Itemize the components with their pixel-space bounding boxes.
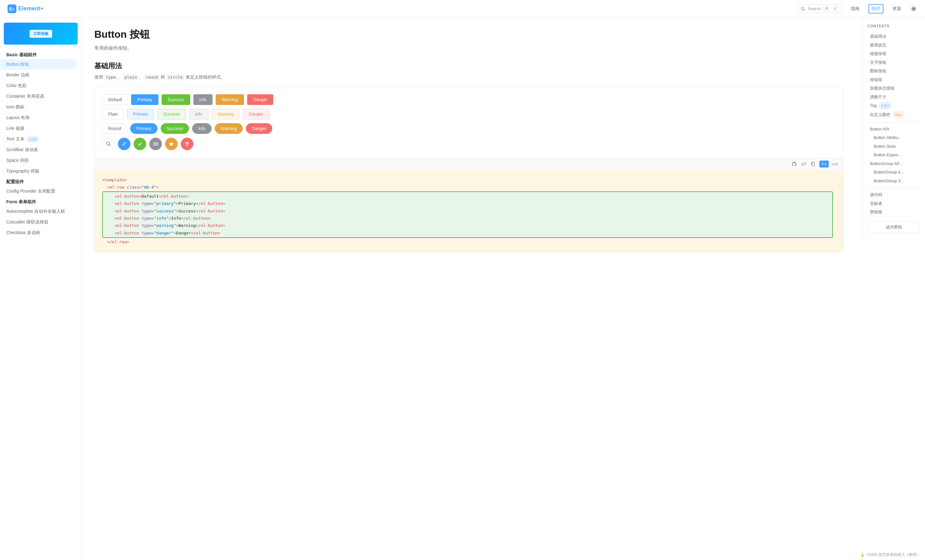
toc-item-button-api[interactable]: Button API: [868, 125, 920, 134]
toc-item-buttongroup-attribs[interactable]: ButtonGroup A...: [868, 168, 920, 177]
btn-circle-search[interactable]: [102, 138, 115, 150]
code-plain: plain: [123, 74, 139, 80]
top-navigation: E+ Element+ Search ⌘ K 指南 组件 资源: [0, 0, 925, 18]
sidebar-group-config: 配置组件: [0, 177, 81, 186]
delete-icon: [185, 142, 190, 146]
btn-plain-warning[interactable]: Warning: [212, 109, 240, 119]
copy-icon[interactable]: [810, 161, 816, 167]
code-icon: [822, 162, 826, 166]
toc-item-size[interactable]: 调整尺寸: [868, 93, 920, 101]
sidebar-banner[interactable]: 立即体验: [4, 23, 78, 45]
code-block: <template> <el-row class="mb-4"> <el-but…: [95, 170, 843, 252]
toc-separator-1: [868, 122, 920, 122]
btn-plain-primary[interactable]: Primary: [127, 109, 154, 119]
btn-round[interactable]: Round: [102, 123, 127, 134]
toc-item-button-slots[interactable]: Button Slots: [868, 142, 920, 151]
btn-plain-success[interactable]: Success: [157, 109, 186, 119]
theme-toggle[interactable]: [910, 5, 917, 12]
search-box[interactable]: Search ⌘ K: [797, 5, 842, 13]
sidebar-item-container[interactable]: Container 布局容器: [0, 91, 77, 102]
btn-plain[interactable]: Plain: [102, 109, 124, 119]
toc-item-loading[interactable]: 加载状态按钮: [868, 84, 920, 93]
code-expand-button[interactable]: [820, 161, 829, 167]
sidebar-item-icon[interactable]: Icon 图标: [0, 102, 77, 113]
btn-circle-check[interactable]: [134, 138, 146, 150]
sidebar-item-button[interactable]: Button 按钮: [0, 59, 77, 70]
sidebar-item-autocomplete[interactable]: Autocomplete 自动补全输入框: [0, 206, 77, 217]
sidebar-item-checkbox[interactable]: Checkbox 多选框: [0, 227, 77, 238]
toc-item-buttongroup-slots[interactable]: ButtonGroup S...: [868, 177, 920, 185]
sidebar-item-layout[interactable]: Layout 布局: [0, 113, 77, 123]
sidebar-item-typography[interactable]: Typography 排版: [0, 166, 77, 177]
toc-item-sponsors[interactable]: 赞助商: [868, 208, 920, 217]
search-icon: [106, 142, 111, 146]
page-description: 常用的操作按钮。: [94, 45, 843, 51]
check-icon: [137, 142, 142, 146]
btn-round-success[interactable]: Success: [161, 123, 189, 134]
toc-item-group[interactable]: 按钮组: [868, 75, 920, 84]
github-icon[interactable]: [791, 161, 797, 167]
btn-circle-mail[interactable]: [149, 138, 162, 150]
toc-beta-badge: beta: [893, 111, 904, 118]
toc-item-icon[interactable]: 图标按钮: [868, 66, 920, 75]
toc-separator-2: [868, 188, 920, 188]
btn-default[interactable]: Default: [102, 94, 128, 105]
btn-primary[interactable]: Primary: [131, 94, 158, 105]
btn-info[interactable]: Info: [193, 94, 212, 105]
nav-resources[interactable]: 资源: [890, 5, 904, 13]
btn-round-info[interactable]: Info: [192, 123, 211, 134]
toc-item-buttongroup-api[interactable]: ButtonGroup AP...: [868, 159, 920, 168]
edit-icon: [122, 142, 127, 146]
sidebar-item-space[interactable]: Space 间距: [0, 155, 77, 166]
star-icon: [169, 142, 174, 146]
button-row-solid: Default Primary Success Info Warning Dan…: [102, 94, 835, 105]
sidebar-item-color[interactable]: Color 色彩: [0, 80, 77, 91]
toc-item-tag[interactable]: Tag 2.3.4: [868, 101, 920, 110]
sidebar-item-config-provider[interactable]: Config Provider 全局配置: [0, 186, 77, 197]
toc-tag-badge: 2.3.4: [879, 102, 891, 109]
search-kbd-cmd: ⌘: [823, 6, 830, 11]
logo-text: Element+: [18, 5, 44, 12]
btn-warning[interactable]: Warning: [216, 94, 244, 105]
logo[interactable]: E+ Element+: [8, 5, 44, 13]
toc-item-custom-color[interactable]: 自定义颜色 beta: [868, 110, 920, 119]
btn-round-primary[interactable]: Primary: [130, 123, 157, 134]
search-icon: [801, 7, 805, 11]
code-type: type: [104, 74, 117, 80]
nav-components[interactable]: 组件: [868, 4, 883, 14]
sponsor-button[interactable]: 成为赞助: [868, 221, 920, 233]
btn-round-danger[interactable]: Danger: [246, 123, 272, 134]
section-title-basic: 基础用法: [94, 61, 843, 71]
footer-text: CSDN @艾米来的插入（整理）: [866, 552, 920, 557]
code-circle: circle: [166, 74, 184, 80]
btn-danger[interactable]: Danger: [247, 94, 274, 105]
code-vue-label: vue: [832, 162, 838, 166]
toc-item-button-attribs[interactable]: Button Attribu...: [868, 133, 920, 142]
theme-icon: [911, 7, 916, 11]
sidebar-item-text[interactable]: Text 文本 2.3.0: [0, 134, 77, 145]
sidebar-item-link[interactable]: Link 链接: [0, 123, 77, 134]
btn-success[interactable]: Success: [161, 94, 190, 105]
toc-item-text[interactable]: 文字按钮: [868, 58, 920, 67]
toc-item-contributors[interactable]: 贡献者: [868, 199, 920, 208]
sidebar-item-scrollbar[interactable]: Scrollbar 滚动条: [0, 145, 77, 155]
sidebar-banner-btn[interactable]: 立即体验: [30, 30, 52, 38]
toc-item-source-code[interactable]: 源代码: [868, 190, 920, 199]
code-line-2: <el-row class="mb-4">: [102, 185, 159, 190]
toc-item-basic-usage[interactable]: 基础用法: [868, 32, 920, 41]
copy-link-icon[interactable]: [800, 161, 807, 167]
btn-circle-edit[interactable]: [118, 138, 131, 150]
btn-plain-info[interactable]: Info: [189, 109, 208, 119]
btn-round-warning[interactable]: Warning: [215, 123, 243, 134]
sidebar-item-cascader[interactable]: Cascader 级联选择器: [0, 217, 77, 227]
sidebar-item-border[interactable]: Border 边框: [0, 70, 77, 80]
btn-circle-delete[interactable]: [181, 138, 193, 150]
code-line-1: <template>: [102, 178, 127, 182]
btn-plain-danger[interactable]: Danger: [243, 109, 269, 119]
nav-guide[interactable]: 指南: [848, 5, 862, 13]
toc-item-button-exposes[interactable]: Button Expos...: [868, 151, 920, 159]
btn-circle-star[interactable]: [165, 138, 178, 150]
toc-item-link[interactable]: 链接按钮: [868, 49, 920, 58]
page-layout: 立即体验 Basic 基础组件 Button 按钮 Border 边框 Colo…: [0, 18, 925, 560]
toc-item-disabled[interactable]: 禁用状态: [868, 41, 920, 50]
